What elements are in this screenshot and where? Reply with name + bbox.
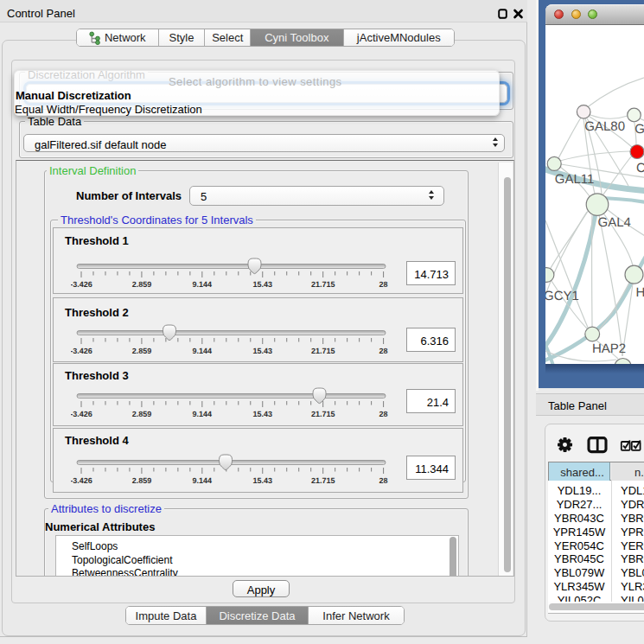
svg-text:-3.426: -3.426	[71, 476, 92, 485]
svg-text:GAL4: GAL4	[598, 215, 631, 230]
svg-text:21.715: 21.715	[311, 347, 335, 355]
svg-text:-3.426: -3.426	[71, 410, 92, 418]
svg-text:28: 28	[379, 476, 388, 485]
svg-text:2.859: 2.859	[132, 410, 152, 418]
svg-text:21.715: 21.715	[311, 280, 335, 289]
svg-text:2.859: 2.859	[132, 280, 152, 289]
svg-text:GA: GA	[634, 122, 644, 137]
svg-text:GCY1: GCY1	[545, 289, 579, 303]
svg-text:HAP2: HAP2	[592, 341, 626, 356]
svg-text:28: 28	[379, 280, 388, 289]
svg-text:2.859: 2.859	[132, 476, 152, 485]
svg-text:15.43: 15.43	[253, 410, 273, 418]
svg-text:28: 28	[379, 410, 388, 418]
svg-text:GAL11: GAL11	[555, 172, 595, 187]
svg-text:15.43: 15.43	[253, 280, 273, 289]
svg-text:C: C	[636, 161, 644, 175]
svg-text:-3.426: -3.426	[71, 347, 92, 355]
svg-text:-3.426: -3.426	[71, 280, 92, 289]
svg-text:15.43: 15.43	[253, 476, 273, 485]
svg-text:15.43: 15.43	[253, 347, 273, 355]
svg-text:21.715: 21.715	[311, 476, 335, 485]
svg-text:2.859: 2.859	[132, 347, 152, 355]
svg-text:9.144: 9.144	[193, 347, 213, 355]
svg-text:9.144: 9.144	[193, 280, 213, 289]
svg-text:21.715: 21.715	[311, 410, 335, 418]
svg-text:H: H	[636, 285, 644, 300]
svg-text:9.144: 9.144	[193, 410, 213, 418]
svg-text:28: 28	[379, 347, 388, 355]
svg-text:GAL80: GAL80	[584, 119, 625, 134]
svg-text:9.144: 9.144	[193, 476, 213, 485]
